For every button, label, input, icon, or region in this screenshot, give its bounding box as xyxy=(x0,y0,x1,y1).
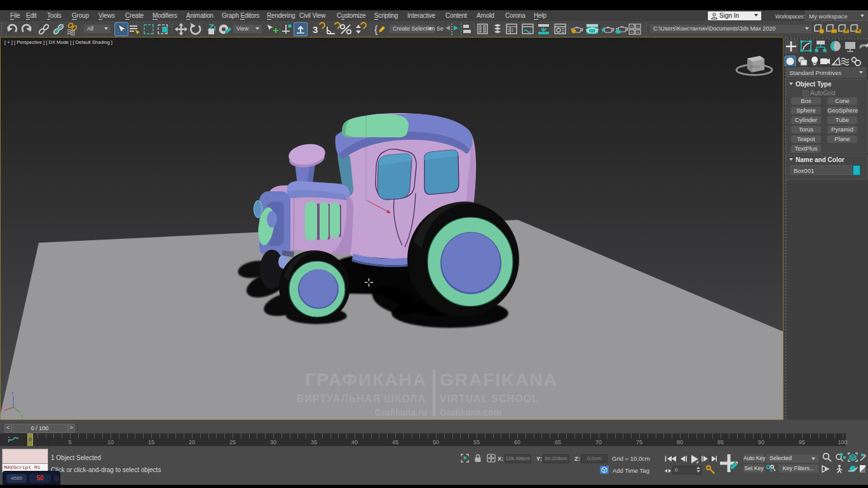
svg-text:Grafikana.com: Grafikana.com xyxy=(440,407,501,417)
svg-text:z: z xyxy=(11,391,14,395)
svg-text:VIRTUAL SCHOOL: VIRTUAL SCHOOL xyxy=(440,393,539,404)
svg-text:y: y xyxy=(21,413,24,418)
svg-text:ГРАФИКАНА: ГРАФИКАНА xyxy=(306,370,427,390)
svg-text:{: { xyxy=(374,24,378,35)
svg-text:x: x xyxy=(1,405,3,410)
svg-text:3: 3 xyxy=(313,24,318,35)
svg-text:ВИРТУАЛЬНАЯ ШКОЛА: ВИРТУАЛЬНАЯ ШКОЛА xyxy=(297,393,426,404)
svg-text:BACK: BACK xyxy=(750,65,760,69)
svg-text:Grafikana.ru: Grafikana.ru xyxy=(375,407,427,417)
svg-text:GRAFIKANA: GRAFIKANA xyxy=(440,370,558,390)
